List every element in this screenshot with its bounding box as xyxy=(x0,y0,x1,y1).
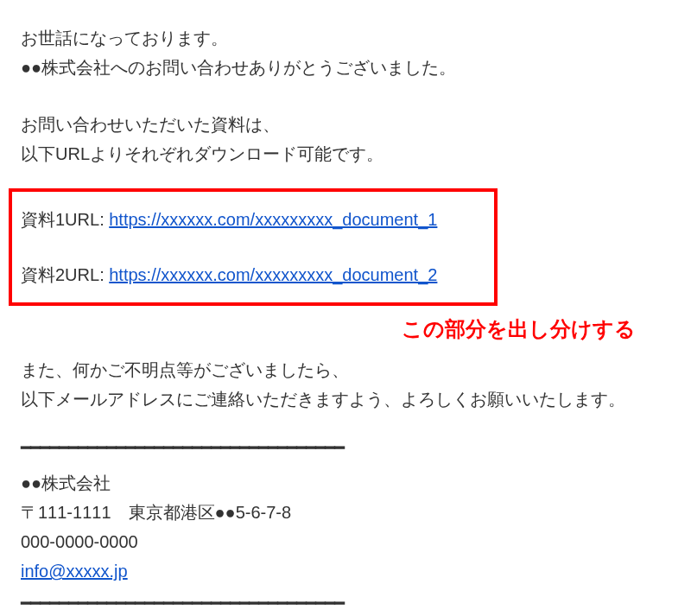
signature-phone: 000-0000-0000 xyxy=(21,527,670,556)
closing-line-2: 以下メールアドレスにご連絡いただきますよう、よろしくお願いいたします。 xyxy=(21,385,670,413)
document-2-link[interactable]: https://xxxxxx.com/xxxxxxxxx_document_2 xyxy=(109,265,437,284)
document-2-label: 資料2URL: xyxy=(21,265,109,284)
document-row-1: 資料1URL: https://xxxxxx.com/xxxxxxxxx_doc… xyxy=(21,206,485,233)
closing-line-1: また、何かご不明点等がございましたら、 xyxy=(21,356,670,384)
signature-block: ●●株式会社 〒111-1111 東京都港区●●5-6-7-8 000-0000… xyxy=(21,468,670,586)
intro-line-2: 以下URLよりそれぞれダウンロード可能です。 xyxy=(21,140,670,168)
callout-annotation: この部分を出し分けする xyxy=(21,313,636,346)
intro-line-1: お問い合わせいただいた資料は、 xyxy=(21,111,670,138)
blank-spacer xyxy=(21,83,670,111)
signature-address: 〒111-1111 東京都港区●●5-6-7-8 xyxy=(21,498,670,527)
signature-bottom-divider: ━━━━━━━━━━━━━━━━━━━━━━━━━━━━━━━━━━ xyxy=(21,589,670,616)
document-1-label: 資料1URL: xyxy=(21,210,109,229)
documents-highlight-box: 資料1URL: https://xxxxxx.com/xxxxxxxxx_doc… xyxy=(9,188,498,306)
document-row-2: 資料2URL: https://xxxxxx.com/xxxxxxxxx_doc… xyxy=(21,261,485,289)
signature-top-divider: ━━━━━━━━━━━━━━━━━━━━━━━━━━━━━━━━━━ xyxy=(21,434,670,461)
document-1-link[interactable]: https://xxxxxx.com/xxxxxxxxx_document_1 xyxy=(109,210,437,229)
greeting-line-1: お世話になっております。 xyxy=(21,24,670,52)
greeting-line-2: ●●株式会社へのお問い合わせありがとうございました。 xyxy=(21,54,670,81)
signature-company: ●●株式会社 xyxy=(21,468,670,498)
signature-email-link[interactable]: info@xxxxx.jp xyxy=(21,562,128,581)
